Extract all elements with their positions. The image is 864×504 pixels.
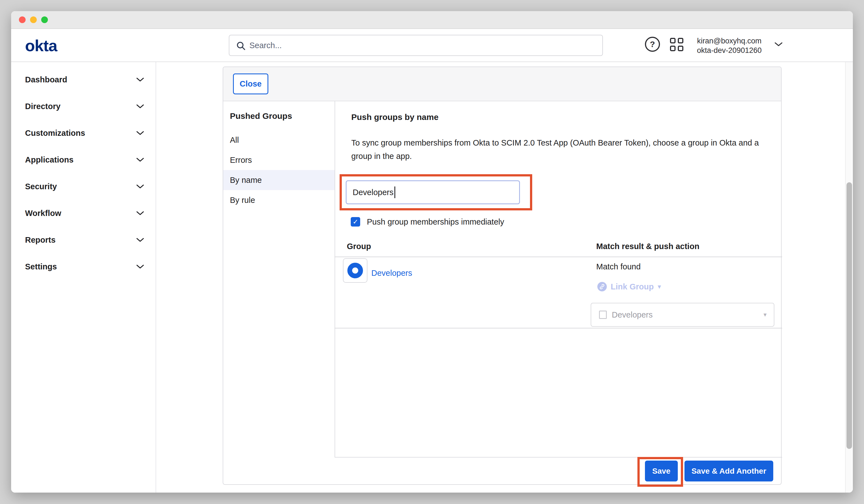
push-immediately-label: Push group memberships immediately xyxy=(367,217,504,227)
sidebar-item-directory[interactable]: Directory xyxy=(11,93,156,120)
sidebar-item-workflow[interactable]: Workflow xyxy=(11,200,156,227)
search-bar[interactable] xyxy=(229,35,603,56)
sidebar-item-reports[interactable]: Reports xyxy=(11,227,156,253)
link-group-dropdown[interactable]: Link Group ▾ xyxy=(597,282,661,291)
sidebar-item-dashboard[interactable]: Dashboard xyxy=(11,66,156,93)
nav-item-by-rule[interactable]: By rule xyxy=(223,190,335,210)
search-input[interactable] xyxy=(249,35,600,56)
save-add-another-button[interactable]: Save & Add Another xyxy=(684,460,773,481)
text-cursor xyxy=(394,187,395,198)
link-group-label: Link Group xyxy=(611,282,654,291)
account-menu[interactable]: kiran@boxyhq.com okta-dev-20901260 xyxy=(690,36,768,55)
column-header-group: Group xyxy=(347,242,371,251)
group-name-input[interactable]: Developers xyxy=(346,180,520,204)
push-immediately-row: ✓ Push group memberships immediately xyxy=(351,217,504,227)
push-groups-panel: Close Pushed Groups All Errors By name B… xyxy=(223,67,782,485)
sidebar: Dashboard Directory Customizations Appli… xyxy=(11,62,156,493)
vertical-scrollbar-track[interactable] xyxy=(845,62,853,493)
annotation-box-input: Developers xyxy=(339,174,532,211)
group-name-value: Developers xyxy=(353,188,394,197)
chevron-down-icon xyxy=(136,238,144,242)
chevron-down-icon xyxy=(136,184,144,189)
link-icon xyxy=(597,282,607,291)
sidebar-item-settings[interactable]: Settings xyxy=(11,253,156,280)
group-logo-card xyxy=(343,258,368,283)
group-placeholder-icon xyxy=(599,311,607,319)
footer-divider xyxy=(335,457,782,457)
chevron-down-icon xyxy=(136,211,144,215)
sidebar-item-applications[interactable]: Applications xyxy=(11,146,156,173)
account-chevron-down-icon[interactable] xyxy=(775,42,783,47)
chevron-down-icon xyxy=(136,131,144,135)
account-email: kiran@boxyhq.com xyxy=(690,36,768,46)
pushed-groups-title: Pushed Groups xyxy=(230,111,292,121)
vertical-scrollbar-thumb[interactable] xyxy=(847,182,852,449)
zoom-window-button[interactable] xyxy=(41,16,48,23)
linked-group-select[interactable]: Developers ▾ xyxy=(591,303,775,327)
table-header-divider xyxy=(335,256,782,257)
push-immediately-checkbox[interactable]: ✓ xyxy=(351,217,360,227)
close-button[interactable]: Close xyxy=(233,73,268,94)
help-icon[interactable]: ? xyxy=(645,37,660,52)
column-header-match: Match result & push action xyxy=(596,242,699,251)
nav-item-errors[interactable]: Errors xyxy=(223,150,335,170)
save-button[interactable]: Save xyxy=(645,460,678,481)
check-icon: ✓ xyxy=(353,218,358,226)
chevron-down-icon xyxy=(136,157,144,162)
minimize-window-button[interactable] xyxy=(30,16,37,23)
group-logo-icon xyxy=(347,263,363,278)
close-window-button[interactable] xyxy=(19,16,26,23)
select-caret-icon: ▾ xyxy=(764,311,767,319)
topbar: okta ? kiran@boxyhq.com okta-dev-2090126… xyxy=(11,29,853,62)
linked-group-value: Developers xyxy=(612,310,764,320)
sidebar-item-customizations[interactable]: Customizations xyxy=(11,120,156,146)
nav-item-all[interactable]: All xyxy=(223,130,335,150)
titlebar xyxy=(11,11,853,29)
chevron-down-icon xyxy=(136,104,144,109)
nav-item-by-name[interactable]: By name xyxy=(223,170,335,190)
form-title: Push groups by name xyxy=(351,112,439,122)
chevron-down-icon xyxy=(136,264,144,269)
chevron-down-icon xyxy=(136,77,144,82)
table-row-divider xyxy=(335,328,782,328)
app-window: okta ? kiran@boxyhq.com okta-dev-2090126… xyxy=(11,11,853,493)
account-org: okta-dev-20901260 xyxy=(690,46,768,55)
question-mark-glyph: ? xyxy=(650,39,655,49)
panel-nav-divider xyxy=(335,101,335,457)
okta-logo: okta xyxy=(25,36,57,55)
match-result-text: Match found xyxy=(596,262,641,271)
link-group-caret-icon: ▾ xyxy=(658,283,661,290)
group-name-link[interactable]: Developers xyxy=(371,268,412,278)
form-description: To sync group memberships from Okta to S… xyxy=(351,136,763,163)
search-icon xyxy=(236,41,246,51)
sidebar-item-security[interactable]: Security xyxy=(11,173,156,200)
panel-header: Close xyxy=(223,67,781,101)
apps-grid-icon[interactable] xyxy=(670,38,683,51)
